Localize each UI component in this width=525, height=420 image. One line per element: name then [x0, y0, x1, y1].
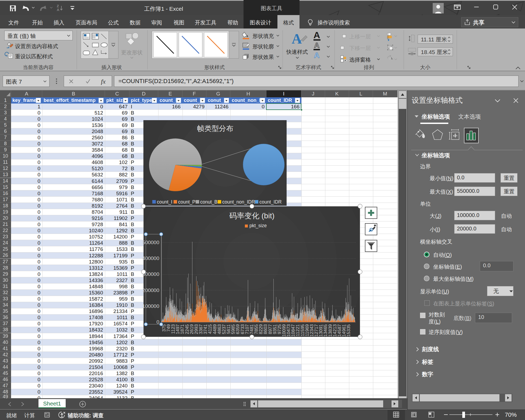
- svg-text:A: A: [292, 31, 302, 47]
- svg-text:帧类型分布: 帧类型分布: [197, 124, 234, 133]
- svg-text:count_I: count_I: [157, 199, 172, 205]
- svg-text:A: A: [314, 41, 319, 49]
- svg-text:conut_B: conut_B: [200, 199, 217, 205]
- svg-text:A: A: [57, 8, 59, 12]
- svg-text:count_P: count_P: [178, 199, 195, 205]
- svg-text:Z: Z: [57, 4, 59, 8]
- svg-text:count_non_IDR: count_non_IDR: [222, 199, 255, 205]
- svg-text:count_IDR: count_IDR: [259, 199, 282, 205]
- svg-text:A: A: [313, 30, 320, 40]
- svg-text:fx: fx: [101, 78, 106, 85]
- svg-text:A: A: [314, 51, 319, 59]
